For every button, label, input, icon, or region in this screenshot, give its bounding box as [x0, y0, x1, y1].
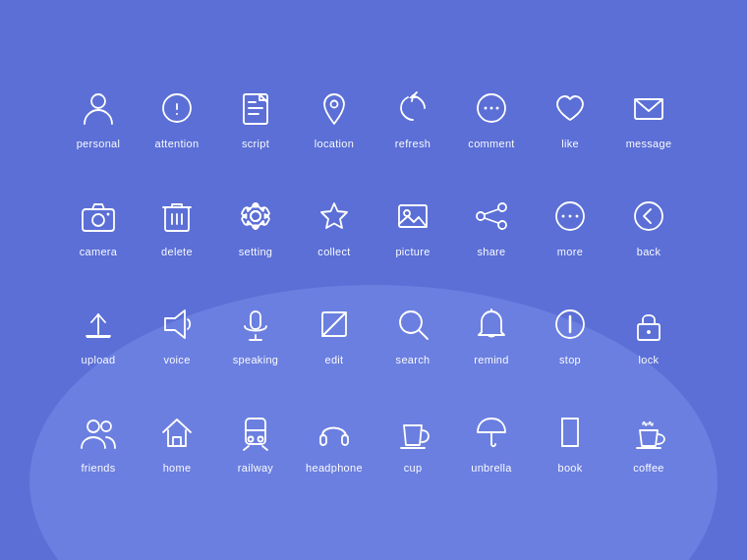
- back-icon: [627, 195, 670, 238]
- svg-point-15: [92, 214, 104, 226]
- stop-icon: [548, 303, 592, 346]
- book-icon: [548, 411, 592, 454]
- svg-rect-26: [399, 205, 427, 227]
- svg-point-16: [107, 213, 110, 216]
- icon-more[interactable]: more: [531, 172, 609, 280]
- svg-point-29: [498, 221, 506, 229]
- like-icon: [548, 86, 592, 130]
- svg-rect-66: [562, 419, 578, 446]
- icon-grid: personal attention script location refre…: [59, 64, 688, 496]
- picture-icon: [391, 195, 434, 238]
- edit-label: edit: [325, 354, 344, 365]
- search-label: search: [396, 354, 431, 365]
- svg-point-28: [498, 203, 506, 211]
- cup-label: cup: [404, 462, 423, 474]
- more-label: more: [557, 246, 583, 257]
- icon-edit[interactable]: edit: [295, 280, 374, 388]
- unbrella-icon: [470, 411, 513, 454]
- delete-label: delete: [161, 246, 193, 257]
- icon-book[interactable]: book: [531, 388, 609, 496]
- svg-rect-41: [251, 311, 260, 329]
- icon-personal[interactable]: personal: [59, 64, 138, 172]
- like-label: like: [561, 138, 579, 149]
- icon-like[interactable]: like: [531, 64, 609, 172]
- icon-friends[interactable]: friends: [59, 388, 138, 496]
- icon-coffee[interactable]: coffee: [609, 388, 688, 496]
- svg-point-54: [101, 421, 111, 431]
- setting-label: setting: [239, 246, 273, 257]
- location-icon: [313, 86, 356, 130]
- collect-label: collect: [317, 246, 350, 257]
- coffee-icon: [627, 411, 670, 454]
- attention-label: attention: [155, 138, 200, 149]
- icon-stop[interactable]: stop: [531, 280, 609, 388]
- remind-icon: [470, 303, 513, 346]
- icon-camera[interactable]: camera: [59, 172, 138, 280]
- more-icon: [548, 195, 592, 238]
- icon-headphone[interactable]: headphone: [295, 388, 374, 496]
- icon-unbrella[interactable]: unbrella: [452, 388, 531, 496]
- icon-back[interactable]: back: [609, 172, 688, 280]
- speaking-icon: [234, 303, 277, 346]
- icon-location[interactable]: location: [295, 64, 374, 172]
- svg-rect-39: [86, 336, 110, 338]
- book-label: book: [557, 462, 582, 474]
- railway-label: railway: [238, 462, 273, 474]
- cup-icon: [391, 411, 434, 454]
- icon-message[interactable]: message: [609, 64, 688, 172]
- svg-point-0: [91, 94, 105, 108]
- svg-point-36: [576, 215, 579, 218]
- svg-rect-62: [320, 435, 326, 445]
- svg-rect-55: [173, 437, 181, 446]
- voice-icon: [155, 303, 199, 346]
- comment-icon: [470, 86, 513, 130]
- svg-point-52: [647, 330, 651, 334]
- home-label: home: [163, 462, 192, 474]
- icon-collect[interactable]: collect: [295, 172, 374, 280]
- camera-label: camera: [80, 246, 117, 257]
- icon-delete[interactable]: delete: [138, 172, 216, 280]
- icon-search[interactable]: search: [374, 280, 452, 388]
- back-label: back: [637, 246, 661, 257]
- svg-rect-14: [83, 209, 114, 231]
- personal-icon: [77, 86, 120, 130]
- icon-script[interactable]: script: [216, 64, 295, 172]
- icon-railway[interactable]: railway: [216, 388, 295, 496]
- icon-comment[interactable]: comment: [452, 64, 531, 172]
- svg-point-11: [490, 107, 493, 110]
- svg-point-10: [485, 107, 488, 110]
- svg-point-53: [87, 420, 99, 432]
- icon-share[interactable]: share: [452, 172, 531, 280]
- svg-line-45: [322, 312, 346, 336]
- svg-point-27: [404, 210, 410, 216]
- icon-picture[interactable]: picture: [374, 172, 452, 280]
- icon-cup[interactable]: cup: [374, 388, 452, 496]
- headphone-icon: [313, 411, 356, 454]
- attention-icon: [155, 86, 199, 130]
- personal-label: personal: [77, 138, 121, 149]
- svg-point-58: [249, 437, 254, 442]
- svg-line-31: [485, 209, 498, 214]
- svg-marker-40: [165, 310, 185, 338]
- icon-remind[interactable]: remind: [452, 280, 531, 388]
- icon-refresh[interactable]: refresh: [374, 64, 452, 172]
- svg-rect-63: [342, 435, 348, 445]
- speaking-label: speaking: [233, 354, 278, 365]
- icon-home[interactable]: home: [138, 388, 216, 496]
- comment-label: comment: [468, 138, 514, 149]
- share-label: share: [477, 246, 505, 257]
- icon-attention[interactable]: attention: [138, 64, 216, 172]
- svg-point-24: [251, 211, 260, 221]
- icon-setting[interactable]: setting: [216, 172, 295, 280]
- icon-lock[interactable]: lock: [609, 280, 688, 388]
- svg-line-60: [244, 446, 249, 450]
- svg-line-32: [485, 218, 498, 223]
- icon-upload[interactable]: upload: [59, 280, 138, 388]
- unbrella-label: unbrella: [471, 462, 512, 474]
- script-icon: [234, 86, 277, 130]
- icon-speaking[interactable]: speaking: [216, 280, 295, 388]
- friends-icon: [77, 411, 120, 454]
- icon-voice[interactable]: voice: [138, 280, 216, 388]
- svg-point-35: [569, 215, 572, 218]
- lock-label: lock: [639, 354, 660, 365]
